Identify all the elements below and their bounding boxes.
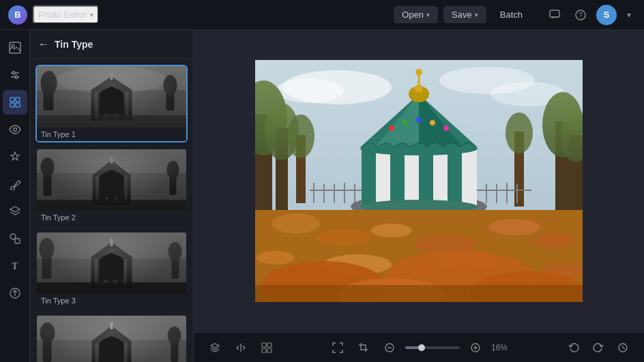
svg-point-14 [10, 234, 16, 239]
filter-item-tin3[interactable]: Tin Type 3 [35, 231, 188, 309]
svg-point-150 [272, 213, 320, 234]
svg-text:T: T [12, 261, 18, 271]
svg-rect-66 [171, 337, 179, 362]
svg-rect-54 [91, 257, 132, 288]
zoom-slider[interactable] [405, 346, 460, 349]
svg-rect-34 [37, 149, 186, 211]
back-button[interactable]: ← [38, 38, 49, 50]
sidebar-paint-btn[interactable] [3, 172, 27, 196]
svg-rect-56 [111, 239, 113, 246]
svg-rect-28 [111, 73, 113, 80]
open-button[interactable]: Open ▾ [394, 6, 438, 23]
undo-btn[interactable] [564, 337, 584, 358]
sidebar-layers-btn[interactable] [3, 199, 27, 224]
svg-rect-110 [334, 184, 335, 203]
svg-rect-134 [462, 149, 477, 207]
svg-rect-130 [405, 149, 419, 207]
svg-point-92 [276, 78, 344, 103]
svg-rect-29 [95, 92, 98, 121]
filter-header: ← Tin Type [30, 30, 193, 59]
zoom-out-btn[interactable] [379, 337, 400, 358]
svg-rect-24 [166, 87, 175, 110]
svg-rect-40 [93, 175, 131, 205]
svg-rect-50 [42, 250, 52, 279]
svg-rect-31 [115, 92, 119, 121]
svg-point-144 [389, 125, 394, 131]
expand-button[interactable]: ▾ [622, 8, 636, 22]
svg-rect-123 [506, 183, 508, 203]
bottom-toolbar-center: 16% [327, 337, 513, 358]
compare-icon [235, 342, 246, 353]
sidebar-photos-btn[interactable] [3, 35, 27, 60]
open-chevron: ▾ [426, 12, 430, 18]
svg-rect-71 [96, 343, 99, 362]
sidebar-adjust-btn[interactable] [3, 63, 27, 87]
history-btn[interactable] [613, 337, 633, 358]
crop-icon [358, 342, 369, 353]
svg-rect-129 [390, 149, 405, 207]
save-button[interactable]: Save ▾ [443, 6, 486, 23]
filter-panel: ← Tin Type [30, 30, 194, 362]
svg-rect-70 [111, 322, 113, 329]
svg-point-21 [57, 66, 166, 93]
compare-btn[interactable] [231, 337, 251, 358]
svg-point-106 [506, 112, 533, 153]
zoom-in-btn[interactable] [465, 337, 486, 358]
zoom-in-icon [470, 342, 481, 353]
svg-rect-62 [37, 316, 186, 362]
zoom-out-icon [384, 342, 395, 353]
svg-rect-164 [255, 285, 583, 302]
svg-point-39 [167, 161, 179, 179]
filter-item-tin4[interactable]: Tin Type 4 [35, 314, 188, 362]
adjust-icon [9, 69, 21, 81]
eye-icon [9, 123, 21, 136]
sidebar-text-btn[interactable]: T [3, 254, 27, 278]
help-button[interactable]: ? [570, 5, 591, 25]
svg-point-154 [488, 219, 540, 235]
sidebar-star-btn[interactable] [3, 145, 27, 169]
expand-icon: ▾ [627, 10, 631, 20]
svg-rect-63 [37, 316, 186, 340]
filter-item-tin1[interactable]: Tin Type 1 [35, 65, 188, 142]
svg-rect-38 [170, 171, 177, 195]
batch-button[interactable]: Batch [492, 6, 531, 23]
svg-point-151 [317, 229, 371, 245]
svg-rect-35 [37, 149, 186, 173]
zoom-percent-label: 16% [491, 343, 513, 352]
svg-rect-111 [344, 183, 345, 203]
sidebar-shapes-btn[interactable] [3, 226, 27, 251]
layers-bottom-icon [209, 342, 220, 353]
sidebar-icons: T [0, 30, 30, 362]
svg-point-7 [12, 72, 15, 74]
redo-btn[interactable] [588, 337, 609, 358]
avatar-button[interactable]: S [596, 5, 617, 25]
svg-rect-45 [115, 177, 118, 205]
layers-icon [9, 205, 21, 217]
star-icon [9, 151, 21, 163]
canvas-content [194, 30, 644, 332]
fit-screen-btn[interactable] [327, 337, 348, 358]
crop-btn[interactable] [353, 337, 374, 358]
svg-rect-30 [105, 92, 108, 121]
svg-rect-59 [114, 259, 117, 288]
svg-point-13 [13, 128, 16, 132]
svg-rect-20 [37, 66, 186, 90]
svg-rect-64 [43, 334, 52, 362]
filter-thumb-img-tin3 [37, 232, 186, 294]
sidebar-eye-btn[interactable] [3, 117, 27, 142]
filter-item-tin2[interactable]: Tin Type 2 [35, 148, 188, 226]
tin4-svg [37, 316, 186, 362]
grid-toggle-btn[interactable] [257, 337, 277, 358]
layers-toggle-btn[interactable] [205, 337, 225, 358]
comments-button[interactable] [544, 5, 565, 25]
svg-rect-68 [92, 341, 132, 362]
sidebar-export-btn[interactable] [3, 281, 27, 305]
svg-rect-52 [172, 253, 179, 279]
app-name-button[interactable]: Photo Editor ▾ [33, 5, 99, 24]
bottom-toolbar-right [564, 337, 633, 358]
sidebar-effects-btn[interactable] [3, 90, 27, 115]
svg-point-67 [168, 327, 181, 344]
svg-rect-165 [262, 343, 266, 347]
svg-point-37 [41, 157, 55, 177]
avatar-label: S [604, 10, 610, 20]
